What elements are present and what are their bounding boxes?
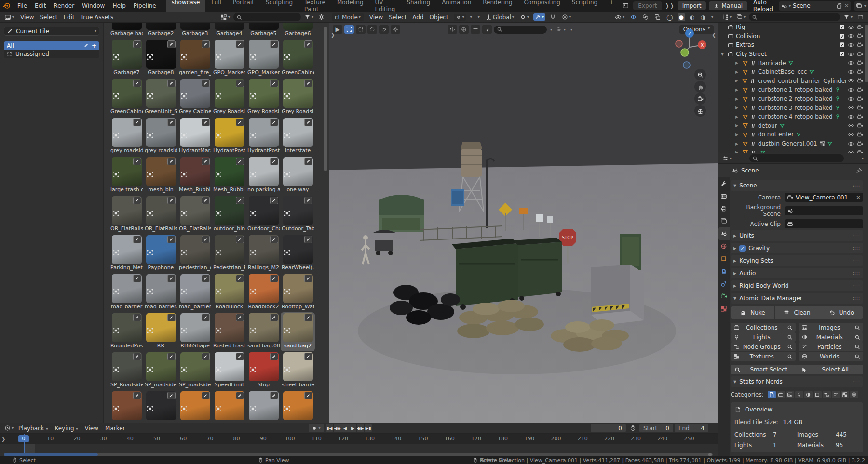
disclosure-icon[interactable]: ▶ <box>735 142 740 146</box>
materials-button[interactable]: Materials <box>799 332 852 342</box>
asset-item-garbage4[interactable]: Garbage4 <box>212 23 246 39</box>
outliner-object-do-not-enter[interactable]: ▶do not enter <box>718 130 865 139</box>
category-collection-button[interactable] <box>777 391 785 398</box>
current-frame-badge[interactable]: 0 <box>18 435 29 442</box>
asset-source-select[interactable]: Current File ▾ <box>4 27 99 36</box>
asset-item-roadblock[interactable]: RoadBlock <box>212 273 246 312</box>
edit-asset-icon[interactable] <box>202 392 210 399</box>
edit-asset-icon[interactable] <box>167 236 176 243</box>
edit-asset-icon[interactable] <box>236 40 244 48</box>
drag-handle[interactable]: :::: <box>853 296 860 301</box>
edit-asset-icon[interactable] <box>133 275 141 282</box>
asset-item-item[interactable] <box>178 390 212 423</box>
edit-asset-icon[interactable] <box>133 40 141 48</box>
asset-thumbnail[interactable] <box>146 118 176 147</box>
asset-item-greencabine[interactable]: GreenCabine <box>109 78 144 117</box>
asset-item-grey-roadsi[interactable]: Grey Roadsi... <box>212 78 246 117</box>
import-button[interactable]: Import <box>678 1 706 10</box>
category-node-button[interactable] <box>823 391 831 398</box>
asset-thumbnail[interactable] <box>283 352 313 381</box>
current-frame-field[interactable]: 0 <box>591 424 626 432</box>
asset-item-sand-bag2[interactable]: sand bag2 <box>281 312 315 351</box>
asset-thumbnail[interactable] <box>180 391 210 420</box>
asset-item-mesh-rubbis[interactable]: Mesh_Rubbis <box>212 156 246 195</box>
asset-item-garbage6[interactable]: Garbage6 <box>281 23 315 39</box>
select-box-icon[interactable] <box>344 25 354 34</box>
asset-menu-view[interactable]: View <box>17 13 37 22</box>
asset-thumbnail[interactable] <box>180 274 210 303</box>
asset-item-outdoor-chai[interactable]: Outdoor_Chai <box>246 195 281 234</box>
edit-asset-icon[interactable] <box>304 40 312 48</box>
edit-asset-icon[interactable] <box>236 314 244 321</box>
asset-thumbnail[interactable] <box>283 313 313 342</box>
collection-name[interactable]: Collision <box>736 33 760 40</box>
asset-thumbnail[interactable] <box>146 352 176 381</box>
asset-item-road-barrier[interactable]: road-barrier <box>109 273 144 312</box>
edit-asset-icon[interactable] <box>304 158 312 165</box>
toolbar-expand-chevron[interactable]: ❯ <box>331 32 335 38</box>
object-name[interactable]: detour <box>758 122 777 129</box>
edit-asset-icon[interactable] <box>167 119 176 126</box>
edit-asset-icon[interactable] <box>270 119 278 126</box>
mode-dropdown[interactable]: ct Mode▾ <box>332 13 364 21</box>
disclosure-icon[interactable]: ▶ <box>735 97 740 101</box>
disclosure-icon[interactable]: ▶ <box>735 123 740 128</box>
outliner-object-detour[interactable]: ▶detour <box>718 121 865 131</box>
edit-asset-icon[interactable] <box>133 392 141 399</box>
collection-name[interactable]: City Street <box>736 51 767 57</box>
asset-thumbnail[interactable] <box>249 157 279 186</box>
category-object-button[interactable] <box>814 391 822 398</box>
timeline-track[interactable] <box>0 444 718 453</box>
asset-thumbnail[interactable] <box>112 118 142 147</box>
asset-thumbnail[interactable] <box>180 79 210 108</box>
outliner-object-curbstone-4-retopo-baked[interactable]: ▶curbstone 4 retopo baked <box>718 112 865 121</box>
tool-dropdown[interactable]: ▾ <box>454 14 466 21</box>
edit-asset-icon[interactable] <box>304 197 312 204</box>
edit-asset-icon[interactable] <box>270 197 278 204</box>
asset-thumbnail[interactable] <box>249 40 279 69</box>
asset-thumbnail[interactable] <box>146 79 176 108</box>
asset-thumbnail[interactable] <box>215 313 244 342</box>
menu-edit[interactable]: Edit <box>31 1 50 10</box>
asset-item-stop[interactable]: Stop <box>246 351 281 390</box>
edit-asset-icon[interactable] <box>133 197 141 204</box>
nuke-button[interactable]: Nuke <box>731 306 774 319</box>
editor-type-icon[interactable]: ▾ <box>721 155 733 162</box>
asset-item-garbage3[interactable]: Garbage3 <box>178 23 212 39</box>
select-all-button[interactable]: Select All <box>797 365 863 374</box>
asset-thumbnail[interactable] <box>283 196 313 225</box>
disclosure-icon[interactable]: ▼ <box>733 380 736 384</box>
filter-type-dropdown[interactable]: ▾ <box>556 26 567 33</box>
active-clip-field[interactable] <box>785 219 863 228</box>
asset-thumbnail[interactable] <box>146 274 176 303</box>
asset-item-gpo-marker[interactable]: GPO_Marker... <box>212 39 246 78</box>
tab-output[interactable] <box>718 202 730 215</box>
category-image-button[interactable] <box>786 391 794 398</box>
asset-item-or-flatrails[interactable]: OR_FlatRails... <box>144 195 178 234</box>
timeline-menu-playback[interactable]: Playback ▾ <box>15 424 51 433</box>
asset-thumbnail[interactable] <box>249 235 279 264</box>
asset-thumbnail[interactable] <box>215 79 244 108</box>
select-mode-icon[interactable] <box>367 25 377 34</box>
asset-thumbnail[interactable] <box>112 196 142 225</box>
asset-item-rr[interactable]: RR <box>144 312 178 351</box>
options-chevron[interactable]: ▾ <box>860 156 865 161</box>
properties-search-input[interactable] <box>749 154 844 162</box>
asset-item-item[interactable] <box>212 390 246 423</box>
asset-item-hydrantmar[interactable]: HydrantMar... <box>178 117 212 156</box>
asset-thumbnail[interactable] <box>146 40 176 69</box>
asset-thumbnail[interactable] <box>180 118 210 147</box>
edit-asset-icon[interactable] <box>202 80 210 87</box>
panel-scene[interactable]: ▼Scene:::: <box>731 180 863 191</box>
asset-item-sp-roadside[interactable]: SP_Roadside... <box>109 351 144 390</box>
drag-handle[interactable]: :::: <box>853 379 860 384</box>
object-name[interactable]: curbstone 4 retopo baked <box>758 113 833 120</box>
editor-type-icon[interactable]: ▾ <box>721 13 733 21</box>
proportional-edit-icon[interactable]: ▾ <box>560 13 572 21</box>
object-name[interactable]: crowd_control_barrier_Cylinder <box>758 78 846 84</box>
asset-item-or-flatrails[interactable]: OR_FlatRails... <box>109 195 144 234</box>
asset-thumbnail[interactable] <box>146 23 176 30</box>
new-collection-icon[interactable] <box>856 13 865 21</box>
record-button[interactable]: ▾ <box>309 424 324 432</box>
copy-icon[interactable] <box>836 2 842 9</box>
